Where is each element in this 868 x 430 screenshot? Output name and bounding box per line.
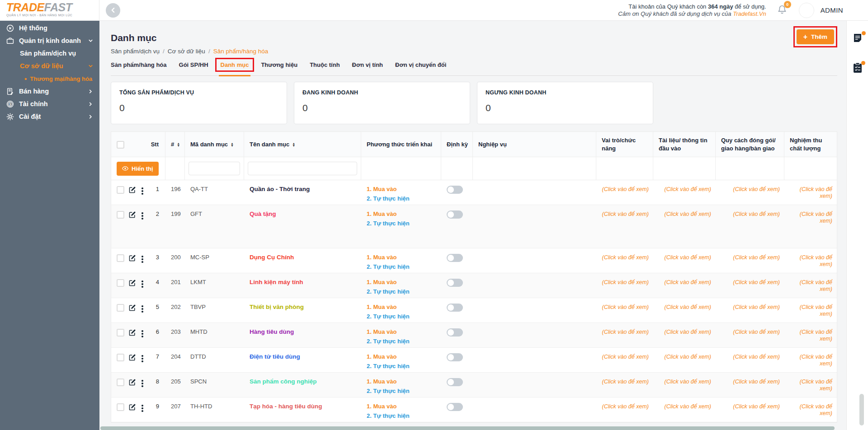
- tab-goi-sp-hh[interactable]: Gói SP/HH: [179, 61, 208, 75]
- click-to-view[interactable]: (Click vào để xem): [800, 254, 832, 267]
- filter-ten-danh-muc-input[interactable]: [248, 162, 357, 175]
- periodic-toggle[interactable]: [447, 403, 463, 411]
- more-options-icon[interactable]: [140, 255, 145, 264]
- select-all-checkbox[interactable]: [117, 141, 124, 149]
- sidebar-item-quan-tri-kinh-doanh[interactable]: Quản trị kinh doanh: [0, 34, 99, 47]
- horizontal-scrollbar[interactable]: [100, 426, 835, 430]
- more-options-icon[interactable]: [140, 329, 145, 338]
- tab-thuong-hieu[interactable]: Thương hiệu: [261, 61, 297, 75]
- category-name[interactable]: Quà tặng: [250, 210, 276, 217]
- add-button[interactable]: +Thêm: [797, 29, 834, 44]
- click-to-view[interactable]: (Click vào để xem): [602, 329, 649, 335]
- click-to-view[interactable]: (Click vào để xem): [800, 403, 832, 416]
- header-ten-danh-muc[interactable]: Tên danh mục▲▼: [244, 132, 361, 157]
- click-to-view[interactable]: (Click vào để xem): [602, 186, 649, 192]
- click-to-view[interactable]: (Click vào để xem): [800, 379, 832, 392]
- category-name[interactable]: Dụng Cụ Chính: [250, 254, 294, 261]
- click-to-view[interactable]: (Click vào để xem): [800, 354, 832, 367]
- row-checkbox[interactable]: [117, 403, 124, 411]
- category-name[interactable]: Linh kiện máy tính: [250, 279, 303, 285]
- click-to-view[interactable]: (Click vào để xem): [665, 211, 712, 217]
- row-checkbox[interactable]: [117, 379, 124, 386]
- edit-icon[interactable]: [128, 403, 136, 411]
- click-to-view[interactable]: (Click vào để xem): [665, 279, 712, 285]
- click-to-view[interactable]: (Click vào để xem): [733, 304, 780, 310]
- header-ma-danh-muc[interactable]: Mã danh mục▲▼: [185, 132, 244, 157]
- tab-danh-muc[interactable]: Danh mục: [221, 61, 249, 75]
- click-to-view[interactable]: (Click vào để xem): [602, 304, 649, 310]
- click-to-view[interactable]: (Click vào để xem): [665, 354, 712, 360]
- click-to-view[interactable]: (Click vào để xem): [800, 186, 832, 199]
- click-to-view[interactable]: (Click vào để xem): [602, 279, 649, 285]
- checklist-panel-button[interactable]: [853, 62, 863, 75]
- click-to-view[interactable]: (Click vào để xem): [665, 379, 712, 385]
- click-to-view[interactable]: (Click vào để xem): [800, 304, 832, 317]
- edit-icon[interactable]: [128, 211, 136, 219]
- row-checkbox[interactable]: [117, 304, 124, 312]
- sidebar-item-tai-chinh[interactable]: $ Tài chính: [0, 98, 99, 110]
- more-options-icon[interactable]: [140, 354, 145, 363]
- periodic-toggle[interactable]: [447, 378, 463, 386]
- sidebar-item-san-pham-dich-vu[interactable]: Sản phẩm/dịch vụ: [0, 47, 99, 60]
- click-to-view[interactable]: (Click vào để xem): [602, 354, 649, 360]
- row-checkbox[interactable]: [117, 279, 124, 287]
- periodic-toggle[interactable]: [447, 328, 463, 337]
- tab-san-pham-hang-hoa[interactable]: Sản phẩm/hàng hóa: [111, 61, 167, 75]
- breadcrumb-item[interactable]: Cơ sở dữ liệu: [168, 48, 205, 55]
- row-checkbox[interactable]: [117, 254, 124, 262]
- click-to-view[interactable]: (Click vào để xem): [665, 186, 712, 192]
- row-checkbox[interactable]: [117, 186, 124, 194]
- click-to-view[interactable]: (Click vào để xem): [733, 403, 780, 410]
- vertical-scrollbar[interactable]: [859, 394, 864, 425]
- periodic-toggle[interactable]: [447, 353, 463, 361]
- filter-ma-danh-muc-input[interactable]: [189, 162, 240, 175]
- header-id[interactable]: #▲▼: [165, 132, 185, 157]
- click-to-view[interactable]: (Click vào để xem): [733, 379, 780, 385]
- edit-icon[interactable]: [128, 254, 136, 262]
- click-to-view[interactable]: (Click vào để xem): [665, 329, 712, 335]
- category-name[interactable]: Tạp hóa - hàng tiêu dùng: [250, 403, 322, 410]
- sidebar-item-ban-hang[interactable]: Bán hàng: [0, 85, 99, 98]
- row-checkbox[interactable]: [117, 354, 124, 361]
- click-to-view[interactable]: (Click vào để xem): [733, 354, 780, 360]
- periodic-toggle[interactable]: [447, 254, 463, 262]
- category-name[interactable]: Hàng tiêu dùng: [250, 328, 294, 335]
- more-options-icon[interactable]: [140, 404, 145, 413]
- notification-bell[interactable]: 0: [777, 5, 787, 16]
- back-button[interactable]: [106, 3, 120, 18]
- more-options-icon[interactable]: [140, 379, 145, 388]
- logo[interactable]: TRADEFAST QUẢN LÝ MỌI NƠI - BÁN HÀNG MỌI…: [0, 0, 99, 21]
- sidebar-item-thuong-mai-hang-hoa[interactable]: • Thương mại/hàng hóa: [0, 72, 99, 85]
- click-to-view[interactable]: (Click vào để xem): [602, 211, 649, 217]
- periodic-toggle[interactable]: [447, 304, 463, 312]
- tab-don-vi-tinh[interactable]: Đơn vị tính: [352, 61, 383, 75]
- click-to-view[interactable]: (Click vào để xem): [665, 403, 712, 410]
- notes-panel-button[interactable]: [852, 33, 863, 45]
- click-to-view[interactable]: (Click vào để xem): [733, 186, 780, 192]
- sidebar-item-he-thong[interactable]: Hệ thống: [0, 22, 99, 34]
- click-to-view[interactable]: (Click vào để xem): [800, 211, 832, 224]
- category-name[interactable]: Quần áo - Thời trang: [250, 186, 310, 192]
- edit-icon[interactable]: [128, 279, 136, 287]
- more-options-icon[interactable]: [140, 280, 145, 289]
- tab-don-vi-chuyen-doi[interactable]: Đơn vị chuyển đổi: [395, 61, 446, 75]
- edit-icon[interactable]: [128, 186, 136, 194]
- category-name[interactable]: Điện tử tiêu dùng: [250, 353, 300, 360]
- edit-icon[interactable]: [128, 329, 136, 337]
- click-to-view[interactable]: (Click vào để xem): [800, 279, 832, 292]
- avatar[interactable]: [799, 3, 814, 18]
- click-to-view[interactable]: (Click vào để xem): [733, 211, 780, 217]
- edit-icon[interactable]: [128, 304, 136, 312]
- periodic-toggle[interactable]: [447, 210, 463, 219]
- category-name[interactable]: Thiết bị văn phòng: [250, 304, 304, 310]
- more-options-icon[interactable]: [140, 187, 145, 196]
- click-to-view[interactable]: (Click vào để xem): [602, 379, 649, 385]
- sidebar-item-co-so-du-lieu[interactable]: Cơ sở dữ liệu: [0, 60, 99, 72]
- periodic-toggle[interactable]: [447, 186, 463, 194]
- periodic-toggle[interactable]: [447, 279, 463, 287]
- click-to-view[interactable]: (Click vào để xem): [733, 254, 780, 261]
- tab-thuoc-tinh[interactable]: Thuộc tính: [310, 61, 340, 75]
- more-options-icon[interactable]: [140, 304, 145, 313]
- click-to-view[interactable]: (Click vào để xem): [800, 329, 832, 342]
- row-checkbox[interactable]: [117, 329, 124, 337]
